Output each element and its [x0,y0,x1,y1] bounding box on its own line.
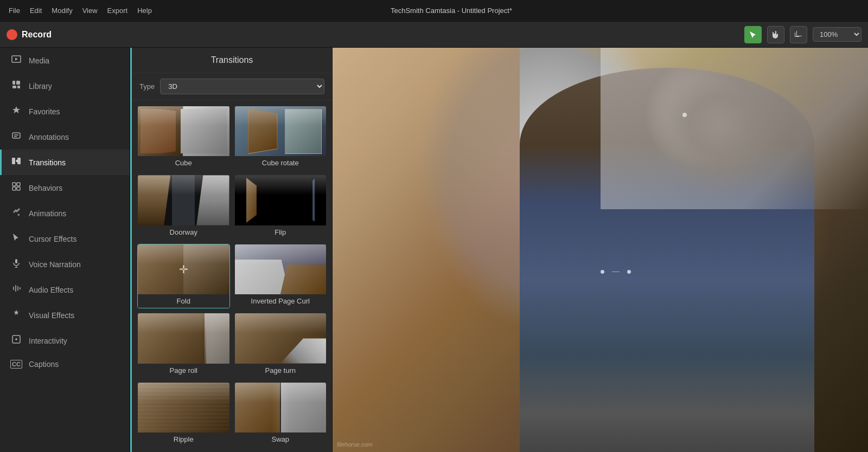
menu-file[interactable]: File [9,7,20,15]
audio-effects-icon [10,283,22,296]
conn-line [612,272,620,272]
type-selector[interactable]: 3D2DAll [160,79,324,94]
record-indicator [7,29,17,40]
transition-item-swap[interactable]: Swap [234,382,327,447]
transition-item-cube[interactable]: Cube [137,106,230,170]
svg-rect-8 [12,158,15,164]
svg-rect-3 [12,86,16,88]
sidebar-label-transitions: Transitions [29,158,66,167]
transitions-panel: Transitions Type 3D2DAll Cube Cube rotat… [132,48,333,452]
transition-label-flip: Flip [235,225,327,239]
sidebar-item-audio-effects[interactable]: Audio Effects [0,277,130,302]
favorites-icon [10,105,22,118]
app-title: TechSmith Camtasia - Untitled Project* [391,7,512,15]
cursor-effects-icon [10,233,22,245]
toolbar: Record 50%75%100%125%150%200% [0,22,868,48]
library-icon [10,80,22,92]
interactivity-icon [10,334,22,347]
titlebar: File Edit Modify View Export Help TechSm… [0,0,868,22]
sidebar-item-captions[interactable]: CCCaptions [0,353,130,375]
transition-item-flip[interactable]: Flip [234,175,327,239]
sidebar-label-visual-effects: Visual Effects [29,311,74,320]
sidebar-item-animations[interactable]: Animations [0,201,130,226]
transition-item-fold[interactable]: ✛ Fold [137,244,230,308]
transition-item-cube-rotate[interactable]: Cube rotate [234,106,327,170]
connection-dots [601,270,631,274]
menu-modify[interactable]: Modify [52,7,72,15]
preview-image [333,48,868,452]
transition-item-inverted-page-curl[interactable]: Inverted Page Curl [234,244,327,308]
svg-rect-11 [17,183,20,186]
dot-1 [601,270,604,274]
active-sidebar-indicator [130,48,132,452]
window-light [601,48,869,209]
svg-rect-5 [12,133,20,138]
sidebar-item-visual-effects[interactable]: Visual Effects [0,302,130,328]
svg-rect-10 [12,183,16,186]
sidebar-item-media[interactable]: Media [0,48,130,73]
record-label: Record [22,30,52,40]
sidebar-item-transitions[interactable]: Transitions [0,150,130,175]
svg-rect-9 [17,158,21,164]
sidebar-label-captions: Captions [29,360,59,369]
record-button[interactable]: Record [7,29,52,40]
transitions-grid: Cube Cube rotate Doorway Flip ✛ Fold [132,100,332,452]
sidebar-item-cursor-effects[interactable]: Cursor Effects [0,226,130,251]
transition-label-cube-rotate: Cube rotate [235,156,327,170]
transition-item-page-roll[interactable]: Page roll [137,313,230,377]
svg-rect-1 [12,81,15,85]
voice-narration-icon [10,258,22,270]
sidebar-item-annotations[interactable]: Annotations [0,124,130,150]
media-icon [10,54,22,67]
brick-wall [333,48,520,452]
preview-area: filehorse.com [333,48,868,452]
sidebar-label-audio-effects: Audio Effects [29,286,73,294]
behaviors-icon [10,182,22,194]
sidebar-label-interactivity: Interactivity [29,337,67,345]
animations-icon [10,207,22,219]
menu-bar[interactable]: File Edit Modify View Export Help [9,7,152,15]
menu-help[interactable]: Help [137,7,152,15]
sidebar-item-interactivity[interactable]: Interactivity [0,328,130,353]
menu-edit[interactable]: Edit [30,7,42,15]
preview-canvas: filehorse.com [333,48,868,452]
annotations-icon [10,131,22,143]
sidebar-label-behaviors: Behaviors [29,184,62,192]
menu-export[interactable]: Export [107,7,128,15]
type-label: Type [139,82,155,91]
menu-view[interactable]: View [82,7,98,15]
sidebar-label-favorites: Favorites [29,107,60,116]
panel-header: Transitions [132,48,332,73]
crop-tool-button[interactable] [790,26,807,43]
sidebar-label-library: Library [29,82,52,91]
transition-label-swap: Swap [235,432,327,446]
svg-rect-14 [15,259,17,263]
select-tool-button[interactable] [744,26,762,43]
transition-label-page-turn: Page turn [235,364,327,377]
main-content: MediaLibraryFavoritesAnnotationsTransiti… [0,48,868,452]
svg-rect-2 [16,81,20,85]
transition-item-doorway[interactable]: Doorway [137,175,230,239]
dot-2 [627,270,631,274]
transitions-icon [10,156,22,169]
sidebar-item-favorites[interactable]: Favorites [0,99,130,124]
zoom-selector[interactable]: 50%75%100%125%150%200% [813,27,861,42]
captions-icon: CC [10,360,22,369]
transition-label-inverted-page-curl: Inverted Page Curl [235,294,327,308]
hand-tool-button[interactable] [767,26,784,43]
watermark: filehorse.com [337,441,372,448]
transition-item-ripple[interactable]: Ripple [137,382,230,447]
visual-effects-icon [10,309,22,321]
sidebar-label-cursor-effects: Cursor Effects [29,235,76,243]
sidebar-item-library[interactable]: Library [0,73,130,99]
sidebar-item-voice-narration[interactable]: Voice Narration [0,251,130,277]
selection-corner-left [682,113,687,117]
transition-label-page-roll: Page roll [138,364,229,377]
transition-label-doorway: Doorway [138,225,229,239]
transition-item-page-turn[interactable]: Page turn [234,313,327,377]
transition-label-ripple: Ripple [138,432,229,446]
svg-rect-12 [12,187,16,190]
sidebar-label-animations: Animations [29,209,66,218]
sidebar-item-behaviors[interactable]: Behaviors [0,175,130,201]
sidebar-label-annotations: Annotations [29,133,69,141]
